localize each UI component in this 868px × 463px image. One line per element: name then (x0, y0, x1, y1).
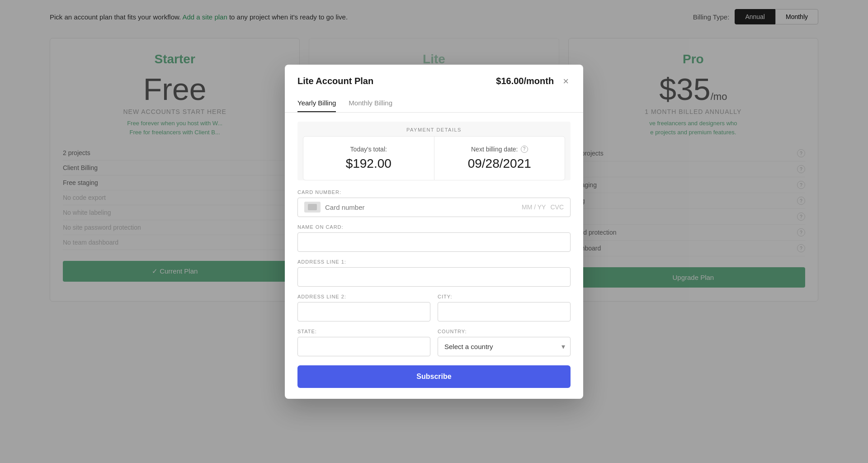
modal-header: Lite Account Plan $16.00/month × (285, 65, 583, 87)
next-billing-label-row: Next billing date: ? (445, 146, 554, 153)
name-on-card-section: NAME ON CARD: (297, 224, 571, 252)
card-number-input[interactable] (325, 198, 522, 217)
next-billing-col: Next billing date: ? 09/28/2021 (434, 137, 565, 180)
card-number-label: CARD NUMBER: (297, 189, 571, 195)
modal-price: $16.00/month (496, 76, 554, 86)
country-select-wrapper: Select a country United States United Ki… (438, 337, 571, 356)
payment-details-section: PAYMENT DETAILS Today's total: $192.00 N… (297, 122, 571, 180)
modal-title: Lite Account Plan (297, 76, 373, 86)
address2-city-row: ADDRESS LINE 2: CITY: (297, 294, 571, 321)
state-input[interactable] (297, 337, 430, 356)
lite-account-plan-modal: Lite Account Plan $16.00/month × Yearly … (285, 65, 583, 399)
next-billing-label: Next billing date: (471, 146, 518, 153)
address-line1-input[interactable] (297, 267, 571, 287)
city-label: CITY: (438, 294, 571, 299)
next-billing-info-icon[interactable]: ? (521, 146, 528, 153)
next-billing-value: 09/28/2021 (445, 156, 554, 171)
mm-yy-placeholder: MM / YY (522, 203, 546, 211)
modal-overlay[interactable]: Lite Account Plan $16.00/month × Yearly … (0, 0, 868, 463)
state-group: STATE: (297, 329, 430, 356)
city-group: CITY: (438, 294, 571, 321)
card-brand-icon (304, 202, 321, 213)
card-input-wrapper: MM / YY CVC (297, 198, 571, 217)
card-number-section: CARD NUMBER: MM / YY CVC (297, 189, 571, 217)
tab-yearly-billing[interactable]: Yearly Billing (297, 94, 336, 112)
modal-body: PAYMENT DETAILS Today's total: $192.00 N… (285, 122, 583, 399)
city-input[interactable] (438, 302, 571, 321)
cvc-placeholder: CVC (550, 203, 564, 211)
card-icon-inner (308, 204, 317, 210)
tab-monthly-billing[interactable]: Monthly Billing (349, 94, 392, 112)
card-expiry-cvc-placeholder: MM / YY CVC (522, 203, 564, 211)
country-label: COUNTRY: (438, 329, 571, 334)
today-total-label: Today's total: (314, 146, 423, 153)
address-line2-input[interactable] (297, 302, 430, 321)
payment-summary: Today's total: $192.00 Next billing date… (303, 136, 565, 180)
state-country-row: STATE: COUNTRY: Select a country United … (297, 329, 571, 356)
country-select[interactable]: Select a country United States United Ki… (438, 337, 571, 356)
country-group: COUNTRY: Select a country United States … (438, 329, 571, 356)
name-on-card-input[interactable] (297, 232, 571, 252)
address-line2-label: ADDRESS LINE 2: (297, 294, 430, 299)
address-line2-group: ADDRESS LINE 2: (297, 294, 430, 321)
subscribe-button[interactable]: Subscribe (297, 365, 571, 388)
modal-tabs: Yearly Billing Monthly Billing (285, 94, 583, 113)
modal-header-right: $16.00/month × (496, 76, 571, 87)
address-line1-label: ADDRESS LINE 1: (297, 259, 571, 265)
address-line1-section: ADDRESS LINE 1: (297, 259, 571, 287)
state-label: STATE: (297, 329, 430, 334)
today-total-value: $192.00 (314, 156, 423, 171)
name-on-card-label: NAME ON CARD: (297, 224, 571, 230)
today-total-col: Today's total: $192.00 (303, 137, 434, 180)
modal-close-button[interactable]: × (561, 76, 571, 87)
payment-details-label: PAYMENT DETAILS (297, 122, 571, 132)
